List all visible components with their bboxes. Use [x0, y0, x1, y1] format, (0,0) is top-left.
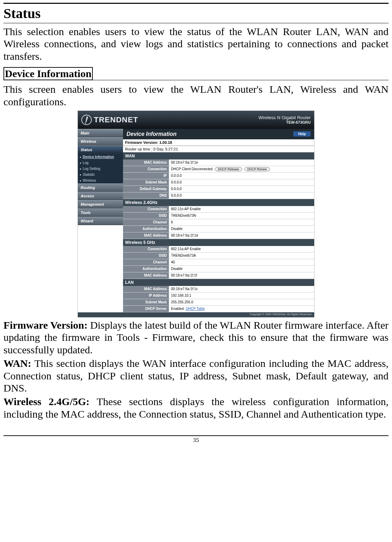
dhcp-renew-button[interactable]: DHCP Renew: [244, 167, 270, 171]
w24-mac-label: MAC Address: [123, 232, 169, 239]
model-label: Wireless N Gigabit Router TEW-673GRU: [259, 115, 311, 125]
w5-mac-label: MAC Address: [123, 272, 169, 279]
wan-ip-label: IP: [123, 173, 169, 179]
sidebar-item-routing[interactable]: Routing: [78, 183, 123, 192]
sidebar: Main Wireless Status Device Information …: [78, 129, 123, 312]
wan-conn-label: Connection: [123, 166, 169, 172]
dhcp-release-button[interactable]: DHCP Release: [215, 167, 242, 171]
lan-dhcp-text: Enabled: [171, 307, 184, 311]
wan-gw-value: 0.0.0.0: [169, 186, 314, 192]
wan-gw-label: Default Gateway: [123, 186, 169, 192]
w5-ch-label: Channel: [123, 259, 169, 265]
lan-mac-label: MAC Address: [123, 286, 169, 292]
model-line1: Wireless N Gigabit Router: [259, 115, 311, 121]
rule-under-h1: [3, 23, 389, 23]
router-header: TRENDNET Wireless N Gigabit Router TEW-6…: [78, 111, 314, 129]
w5-conn-value: 802.11a AP Enable: [169, 246, 314, 252]
wan-mask-value: 0.0.0.0: [169, 179, 314, 186]
brand-logo-icon: [81, 115, 92, 125]
firmware-term: Firmware Version:: [3, 319, 88, 331]
wan-conn-text: DHCP Client Disconnected: [171, 167, 213, 171]
footer-rule: [3, 435, 389, 436]
brand-text: TRENDNET: [94, 115, 138, 124]
heading-status: Status: [3, 5, 389, 22]
sidebar-sub-log[interactable]: Log: [78, 160, 123, 166]
w24-ch-label: Channel: [123, 219, 169, 225]
help-button[interactable]: Help: [293, 131, 311, 137]
lan-ip-value: 192.168.10.1: [169, 293, 314, 299]
w5-ch-value: 40: [169, 259, 314, 265]
sidebar-item-status[interactable]: Status: [78, 146, 123, 154]
status-intro: This selection enables users to view the…: [3, 25, 389, 62]
wan-conn-value: DHCP Client Disconnected DHCP Release DH…: [169, 166, 314, 172]
w5-auth-value: Disable: [169, 266, 314, 272]
panel-title-bar: Device Information Help: [123, 129, 314, 139]
w24-ssid-value: TRENDnet673N: [169, 213, 314, 219]
router-screenshot: TRENDNET Wireless N Gigabit Router TEW-6…: [77, 110, 315, 318]
w5-ssid-label: SSID: [123, 253, 169, 259]
panel-title: Device Information: [126, 131, 177, 137]
w24-conn-value: 802.11n AP Enable: [169, 206, 314, 212]
wan-mac-label: MAC Address: [123, 159, 169, 166]
w24-conn-label: Connection: [123, 206, 169, 212]
sidebar-sub-statistic[interactable]: Statistic: [78, 172, 123, 178]
w24-section-header: Wireless 2.4GHz: [123, 199, 314, 206]
lan-section-header: LAN: [123, 279, 314, 286]
wan-ip-value: 0.0.0.0: [169, 173, 314, 179]
w24-auth-value: Disable: [169, 226, 314, 232]
w24-ch-value: 6: [169, 219, 314, 225]
w5-conn-label: Connection: [123, 246, 169, 252]
dhcp-table-link[interactable]: DHCP Table: [186, 307, 205, 311]
main-panel: Device Information Help Firmware Version…: [123, 129, 314, 312]
wan-section-header: WAN: [123, 153, 314, 159]
wan-term: WAN:: [3, 358, 31, 369]
definition-wan: WAN: This section displays the WAN inter…: [3, 357, 389, 394]
lan-mac-value: 00:18:e7:6a:1f:1c: [169, 286, 314, 292]
lan-dhcp-label: DHCP Server: [123, 306, 169, 312]
sidebar-sub-log-setting[interactable]: Log Setting: [78, 166, 123, 172]
w5-section-header: Wireless 5 GHz: [123, 239, 314, 246]
w5-ssid-value: TRENDnet673A: [169, 253, 314, 259]
lan-dhcp-value: Enabled DHCP Table: [169, 306, 314, 312]
sidebar-item-wizard[interactable]: Wizard: [78, 217, 123, 225]
lan-mask-label: Subnet Mask: [123, 299, 169, 305]
wan-mask-label: Subnet Mask: [123, 179, 169, 186]
sidebar-sub-device-information[interactable]: Device Information: [78, 154, 123, 160]
w24-mac-value: 00:18:e7:6a:1f:1d: [169, 232, 314, 239]
page-number: 35: [3, 437, 389, 444]
wan-mac-value: 00:18:e7:6a:1f:1e: [169, 159, 314, 166]
model-line2: TEW-673GRU: [259, 120, 311, 125]
router-copyright: Copyright © 2009 TRENDnet. All Rights Re…: [78, 312, 314, 317]
uptime-line: Router up time : 0 Day, 5:27:21: [123, 146, 314, 153]
definition-wireless: Wireless 2.4G/5G: These sections display…: [3, 395, 389, 420]
sidebar-item-management[interactable]: Management: [78, 200, 123, 208]
definition-firmware: Firmware Version: Displays the latest bu…: [3, 319, 389, 356]
wan-dns-value: 0.0.0.0: [169, 192, 314, 199]
firmware-version-line: Firmware Version: 1.00.18: [123, 139, 314, 146]
wireless-term: Wireless 2.4G/5G:: [3, 396, 90, 407]
sidebar-item-tools[interactable]: Tools: [78, 208, 123, 217]
wan-dns-label: DNS: [123, 192, 169, 199]
devinfo-intro: This screen enables users to view the WL…: [3, 83, 389, 108]
w24-ssid-label: SSID: [123, 213, 169, 219]
sidebar-item-main[interactable]: Main: [78, 129, 123, 137]
lan-mask-value: 255.255.255.0: [169, 299, 314, 305]
w5-auth-label: Authentication: [123, 266, 169, 272]
heading-device-information: Device Information: [3, 67, 93, 80]
lan-ip-label: IP Address: [123, 293, 169, 299]
w24-auth-label: Authentication: [123, 226, 169, 232]
sidebar-item-access[interactable]: Access: [78, 192, 123, 200]
rule-top: [3, 3, 389, 4]
sidebar-item-wireless[interactable]: Wireless: [78, 137, 123, 146]
w5-mac-value: 00:18:e7:6a:1f:1f: [169, 272, 314, 279]
sidebar-sub-wireless[interactable]: Wireless: [78, 178, 123, 183]
wan-text: This section displays the WAN interface …: [3, 358, 389, 394]
